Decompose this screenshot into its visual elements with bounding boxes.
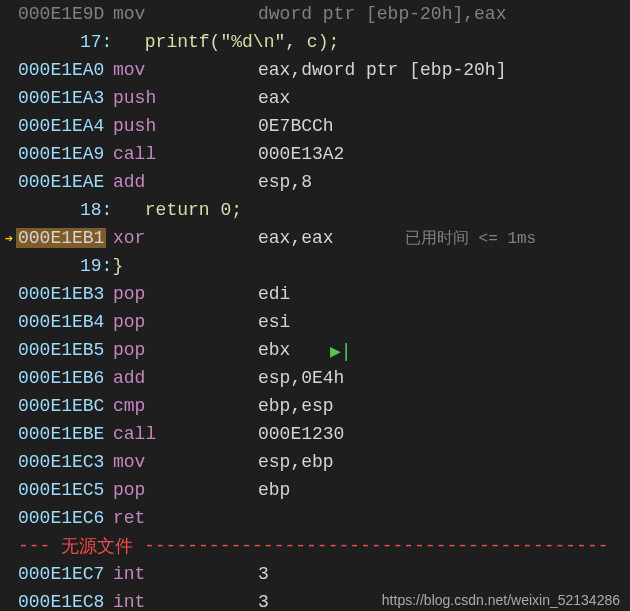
asm-line[interactable]: 000E1EBCcmpebp,esp	[0, 392, 630, 420]
mnemonic: mov	[113, 60, 258, 80]
mnemonic: pop	[113, 340, 258, 360]
mnemonic: pop	[113, 312, 258, 332]
operands: eax,eax	[258, 228, 334, 248]
mnemonic: push	[113, 88, 258, 108]
address: 000E1EC5	[18, 480, 113, 500]
asm-line[interactable]: 000E1EB5popebx▶|	[0, 336, 630, 364]
operands: 000E1230	[258, 424, 344, 444]
asm-line[interactable]: 000E1EBEcall000E1230	[0, 420, 630, 448]
address: 000E1EBE	[18, 424, 113, 444]
watermark-text: https://blog.csdn.net/weixin_52134286	[382, 592, 620, 608]
line-number: 19:	[80, 256, 112, 276]
current-line-arrow-icon: ➔	[5, 230, 13, 247]
operands: ebp,esp	[258, 396, 334, 416]
source-code-text: 18: return 0;	[18, 200, 242, 220]
operands: 0E7BCCh	[258, 116, 334, 136]
asm-line[interactable]: 000E1EC6ret	[0, 504, 630, 532]
mnemonic: xor	[113, 228, 258, 248]
disassembly-view[interactable]: 000E1E9Dmovdword ptr [ebp-20h],eax17: pr…	[0, 0, 630, 611]
address: 000E1EC8	[18, 592, 113, 611]
mnemonic: add	[113, 172, 258, 192]
source-line[interactable]: 17: printf("%d\n", c);	[0, 28, 630, 56]
asm-line[interactable]: 000E1EA3pusheax	[0, 84, 630, 112]
mnemonic: int	[113, 592, 258, 611]
address: 000E1EAE	[18, 172, 113, 192]
mnemonic: cmp	[113, 396, 258, 416]
mnemonic: pop	[113, 284, 258, 304]
source-code: return 0;	[112, 200, 242, 220]
asm-line[interactable]: ➔000E1EB1xoreax,eax已用时间 <= 1ms	[0, 224, 630, 252]
operands: eax,dword ptr [ebp-20h]	[258, 60, 506, 80]
mnemonic: add	[113, 368, 258, 388]
address: 000E1EA4	[18, 116, 113, 136]
address: 000E1E9D	[18, 4, 113, 24]
sep-dashes-left: ---	[18, 536, 61, 556]
address: 000E1EB4	[18, 312, 113, 332]
address: 000E1EC7	[18, 564, 113, 584]
address: 000E1EA3	[18, 88, 113, 108]
mnemonic: push	[113, 116, 258, 136]
asm-line[interactable]: 000E1EA0moveax,dword ptr [ebp-20h]	[0, 56, 630, 84]
no-source-label: 无源文件	[61, 534, 133, 558]
timing-annotation: 已用时间 <= 1ms	[405, 228, 536, 249]
address: 000E1EA0	[18, 60, 113, 80]
address: 000E1EC3	[18, 452, 113, 472]
operands: eax	[258, 88, 290, 108]
address: 000E1EBC	[18, 396, 113, 416]
operands: edi	[258, 284, 290, 304]
mnemonic: mov	[113, 452, 258, 472]
operands: dword ptr [ebp-20h],eax	[258, 4, 506, 24]
source-line[interactable]: 18: return 0;	[0, 196, 630, 224]
line-number: 17:	[80, 32, 112, 52]
source-code: printf("%d\n", c);	[112, 32, 339, 52]
asm-line[interactable]: 000E1EB4popesi	[0, 308, 630, 336]
mnemonic: int	[113, 564, 258, 584]
mnemonic: mov	[113, 4, 258, 24]
mnemonic: call	[113, 424, 258, 444]
no-source-separator: --- 无源文件 -------------------------------…	[0, 532, 630, 560]
address: 000E1EC6	[18, 508, 113, 528]
source-code: }	[112, 256, 123, 276]
address: 000E1EA9	[18, 144, 113, 164]
address: 000E1EB1	[18, 228, 113, 248]
operands: ebp	[258, 480, 290, 500]
operands: esp,0E4h	[258, 368, 344, 388]
asm-line[interactable]: 000E1EB6addesp,0E4h	[0, 364, 630, 392]
asm-line[interactable]: 000E1EC3movesp,ebp	[0, 448, 630, 476]
sep-dashes-right: ----------------------------------------…	[133, 536, 608, 556]
source-line[interactable]: 19:}	[0, 252, 630, 280]
asm-line[interactable]: 000E1EA4push0E7BCCh	[0, 112, 630, 140]
address: 000E1EB5	[18, 340, 113, 360]
asm-line[interactable]: 000E1EAEaddesp,8	[0, 168, 630, 196]
mnemonic: call	[113, 144, 258, 164]
operands: esp,8	[258, 172, 312, 192]
operands: 000E13A2	[258, 144, 344, 164]
line-number: 18:	[80, 200, 112, 220]
mnemonic: pop	[113, 480, 258, 500]
source-code-text: 19:}	[18, 256, 123, 276]
operands: ebx	[258, 340, 290, 360]
address: 000E1EB6	[18, 368, 113, 388]
asm-line[interactable]: 000E1EB3popedi	[0, 280, 630, 308]
play-icon[interactable]: ▶|	[330, 340, 352, 361]
address: 000E1EB3	[18, 284, 113, 304]
operands: 3	[258, 564, 269, 584]
asm-line[interactable]: 000E1E9Dmovdword ptr [ebp-20h],eax	[0, 0, 630, 28]
operands: esp,ebp	[258, 452, 334, 472]
operands: 3	[258, 592, 269, 611]
asm-line[interactable]: 000E1EA9call000E13A2	[0, 140, 630, 168]
operands: esi	[258, 312, 290, 332]
asm-line[interactable]: 000E1EC5popebp	[0, 476, 630, 504]
asm-line[interactable]: 000E1EC7int3	[0, 560, 630, 588]
source-code-text: 17: printf("%d\n", c);	[18, 32, 339, 52]
mnemonic: ret	[113, 508, 258, 528]
